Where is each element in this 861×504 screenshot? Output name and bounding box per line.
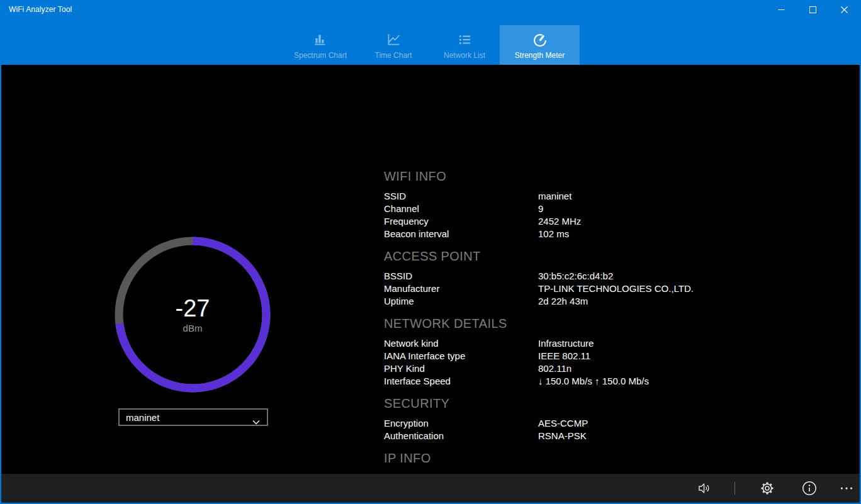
row-label: Uptime: [384, 295, 538, 308]
section-wifi-info: WIFI INFO SSID maninet Channel 9 Frequen…: [384, 169, 694, 240]
bar-chart-icon: [312, 30, 329, 49]
section-security: SECURITY Encryption AES-CCMP Authenticat…: [384, 396, 694, 442]
row-value: maninet: [538, 190, 571, 203]
main-content: -27 dBm maninet WIFI INFO SSID maninet: [1, 65, 860, 474]
app-title: WiFi Analyzer Tool: [9, 5, 72, 14]
row-label: Interface Speed: [384, 375, 538, 388]
section-access-point: ACCESS POINT BSSID 30:b5:c2:6c:d4:b2 Man…: [384, 249, 694, 308]
app-window: WiFi Analyzer Tool: [0, 0, 861, 504]
tab-spectrum-chart[interactable]: Spectrum Chart: [283, 25, 357, 65]
row-label: IANA Interface type: [384, 350, 538, 362]
settings-button[interactable]: [759, 480, 775, 496]
row-label: Network kind: [384, 337, 538, 350]
section-network-details: NETWORK DETAILS Network kind Infrastruct…: [384, 316, 694, 388]
tab-time-chart[interactable]: Time Chart: [357, 25, 429, 65]
row-value: AES-CCMP: [538, 417, 588, 430]
info-row: PHY Kind 802.11n: [384, 362, 694, 375]
section-title: NETWORK DETAILS: [384, 316, 694, 330]
info-row: SSID maninet: [384, 190, 694, 203]
maximize-icon: [809, 6, 816, 13]
window-controls: [765, 0, 860, 20]
row-value: RSNA-PSK: [538, 430, 587, 442]
row-label: Encryption: [384, 417, 538, 430]
settings-gear-icon: [759, 480, 775, 496]
row-label: PHY Kind: [384, 362, 538, 375]
command-bar-divider: [734, 482, 735, 495]
row-value: 2452 MHz: [538, 215, 581, 228]
row-value interface-speed-value: ↓ 150.0 Mb/s ↑ 150.0 Mb/s: [538, 375, 649, 388]
section-title: ACCESS POINT: [384, 249, 694, 263]
row-label: BSSID: [384, 270, 538, 283]
row-value: IEEE 802.11: [538, 350, 590, 362]
nav-tabs: Spectrum Chart Time Chart: [283, 25, 580, 65]
tab-label: Time Chart: [375, 51, 412, 60]
tab-label: Strength Meter: [515, 51, 565, 60]
info-row: Authentication RSNA-PSK: [384, 430, 694, 442]
minimize-button[interactable]: [765, 0, 797, 20]
info-row: Network kind Infrastructure: [384, 337, 694, 350]
volume-icon: [696, 480, 712, 496]
row-label: Channel: [384, 203, 538, 215]
info-row: BSSID 30:b5:c2:6c:d4:b2: [384, 270, 694, 283]
row-label: Authentication: [384, 430, 538, 442]
info-row: Encryption AES-CCMP: [384, 417, 694, 430]
row-value: Infrastructure: [538, 337, 594, 350]
info-row: Channel 9: [384, 203, 694, 215]
close-button[interactable]: [828, 0, 860, 20]
info-row: Interface Speed ↓ 150.0 Mb/s ↑ 150.0 Mb/…: [384, 375, 694, 388]
row-value: TP-LINK TECHNOLOGIES CO.,LTD.: [538, 283, 694, 295]
tab-label: Network List: [444, 51, 485, 60]
network-select-dropdown[interactable]: maninet: [118, 408, 268, 426]
gauge-readout: -27 dBm: [110, 232, 275, 397]
close-icon: [841, 6, 848, 13]
info-circle-icon: [801, 480, 818, 496]
row-value: 802.11n: [538, 362, 571, 375]
tab-network-list[interactable]: Network List: [429, 25, 500, 65]
gauge-icon: [532, 30, 548, 49]
signal-strength-gauge: -27 dBm: [110, 232, 275, 397]
tab-label: Spectrum Chart: [294, 51, 347, 60]
info-button[interactable]: [801, 480, 818, 496]
more-button[interactable]: [838, 480, 855, 496]
section-title: WIFI INFO: [384, 169, 694, 183]
titlebar: WiFi Analyzer Tool: [1, 0, 860, 65]
chevron-down-icon: [252, 416, 260, 427]
row-label: SSID: [384, 190, 538, 203]
info-row: Beacon interval 102 ms: [384, 228, 694, 240]
info-row: Frequency 2452 MHz: [384, 215, 694, 228]
tab-strength-meter[interactable]: Strength Meter: [500, 25, 580, 65]
section-title: SECURITY: [384, 396, 694, 410]
maximize-button[interactable]: [797, 0, 828, 20]
row-value: 9: [538, 203, 543, 215]
more-ellipsis-icon: [838, 480, 855, 496]
section-title: IP INFO: [384, 451, 694, 465]
gauge-value: -27: [176, 296, 210, 321]
row-label: Beacon interval: [384, 228, 538, 240]
info-row: IANA Interface type IEEE 802.11: [384, 350, 694, 362]
row-label: Frequency: [384, 215, 538, 228]
row-value: 102 ms: [538, 228, 569, 240]
gauge-unit: dBm: [183, 323, 203, 333]
network-select-value: maninet: [126, 412, 159, 423]
command-bar: [1, 474, 860, 503]
info-panel: WIFI INFO SSID maninet Channel 9 Frequen…: [384, 169, 694, 504]
row-value: 30:b5:c2:6c:d4:b2: [538, 270, 613, 283]
info-row: Manufacturer TP-LINK TECHNOLOGIES CO.,LT…: [384, 283, 694, 295]
row-value: 2d 22h 43m: [538, 295, 588, 308]
line-chart-icon: [385, 30, 402, 49]
volume-button[interactable]: [696, 480, 712, 496]
row-label: Manufacturer: [384, 283, 538, 295]
info-row: Uptime 2d 22h 43m: [384, 295, 694, 308]
bulleted-list-icon: [456, 30, 473, 49]
minimize-icon: [778, 6, 785, 13]
